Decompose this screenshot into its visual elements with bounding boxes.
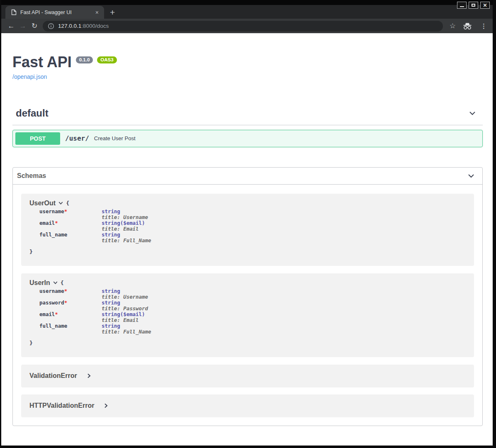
- required-star: *: [55, 220, 58, 226]
- opblock-post-user[interactable]: POST /user/ Create User Post: [12, 130, 483, 147]
- reload-button[interactable]: ↻: [29, 20, 40, 32]
- window-controls: ✕: [457, 2, 490, 9]
- version-badge: 0.1.0: [76, 56, 93, 63]
- model-properties: username* stringtitle: Username email* s…: [29, 209, 466, 255]
- menu-kebab-icon[interactable]: ⋮: [481, 22, 487, 30]
- site-info-icon[interactable]: [48, 23, 54, 29]
- tab-close-icon[interactable]: ×: [94, 9, 100, 16]
- open-brace: {: [66, 200, 69, 206]
- incognito-icon: [462, 22, 472, 30]
- property-type: string: [102, 323, 120, 329]
- property-name: username: [39, 288, 64, 294]
- openapi-spec-link[interactable]: /openapi.json: [12, 73, 47, 80]
- property-type: string($email): [102, 220, 145, 226]
- tag-name: default: [16, 107, 49, 119]
- chevron-right-icon[interactable]: [86, 373, 92, 379]
- model-name: HTTPValidationError: [29, 402, 94, 409]
- browser-window: ✕ Fast API - Swagger UI × + ← → ↻: [1, 0, 493, 446]
- property-title: title: Email: [102, 226, 139, 232]
- oas3-badge: OAS3: [97, 56, 117, 63]
- property-row: email* string($email)title: Email: [29, 220, 466, 232]
- property-title: title: Full_Name: [102, 237, 151, 243]
- chevron-down-icon[interactable]: [468, 109, 477, 118]
- model-name: ValidationError: [29, 372, 77, 380]
- property-name: email: [39, 311, 55, 317]
- maximize-button[interactable]: [469, 2, 478, 9]
- property-row: username* stringtitle: Username: [29, 288, 466, 300]
- endpoint-path: /user/: [65, 134, 89, 142]
- url-host: 127.0.0.1: [58, 23, 81, 29]
- required-star: *: [64, 208, 67, 214]
- property-row: password* stringtitle: Password: [29, 300, 466, 312]
- property-row: email* string($email)title: Email: [29, 312, 466, 323]
- required-star: *: [55, 311, 58, 317]
- model-userin: UserIn { username* stringtitle: Username: [21, 273, 474, 357]
- window-frame: ✕ Fast API - Swagger UI × + ← → ↻: [0, 0, 496, 448]
- property-name: email: [39, 220, 55, 226]
- schemas-body: UserOut { username* stringtitle: Usernam…: [13, 185, 482, 426]
- property-type: string: [102, 231, 120, 238]
- open-brace: {: [61, 280, 64, 286]
- tag-header[interactable]: default: [12, 104, 483, 125]
- new-tab-button[interactable]: +: [110, 8, 115, 17]
- property-title: title: Username: [102, 214, 148, 220]
- api-info: Fast API 0.1.0 OAS3 /openapi.json: [12, 54, 483, 80]
- property-row: full_name stringtitle: Full_Name: [29, 232, 466, 243]
- property-title: title: Password: [102, 305, 148, 312]
- window-titlebar: [1, 0, 493, 5]
- browser-tab[interactable]: Fast API - Swagger UI ×: [5, 6, 104, 19]
- close-brace: }: [29, 249, 466, 255]
- property-type: string: [102, 208, 120, 214]
- property-name: full_name: [39, 323, 67, 329]
- required-star: *: [64, 299, 67, 306]
- close-icon: ✕: [483, 3, 487, 8]
- property-name: password: [39, 299, 64, 306]
- model-name: UserOut: [29, 200, 56, 207]
- model-properties: username* stringtitle: Username password…: [29, 288, 466, 346]
- tab-strip: Fast API - Swagger UI × +: [1, 5, 493, 19]
- property-name: full_name: [39, 231, 67, 238]
- chevron-right-icon[interactable]: [103, 403, 109, 409]
- maximize-icon: [472, 4, 475, 7]
- model-httpvalidationerror[interactable]: HTTPValidationError: [21, 394, 474, 417]
- model-validationerror[interactable]: ValidationError: [21, 365, 474, 387]
- page-content: Fast API 0.1.0 OAS3 /openapi.json defaul…: [1, 33, 493, 446]
- property-name: username: [39, 208, 64, 214]
- property-type: string($email): [102, 311, 145, 317]
- property-title: title: Email: [102, 317, 139, 323]
- address-bar[interactable]: 127.0.0.1:8000/docs: [43, 21, 443, 32]
- chevron-down-icon[interactable]: [467, 171, 476, 180]
- endpoint-summary: Create User Post: [94, 135, 136, 141]
- schemas-title: Schemas: [17, 172, 46, 180]
- minimize-button[interactable]: [457, 2, 467, 9]
- bookmark-star-icon[interactable]: ☆: [450, 22, 456, 30]
- chevron-down-icon[interactable]: [58, 200, 63, 206]
- property-row: username* stringtitle: Username: [29, 209, 466, 220]
- forward-button[interactable]: →: [17, 20, 29, 32]
- property-type: string: [102, 299, 120, 306]
- model-userin-toggle[interactable]: UserIn {: [29, 279, 466, 287]
- chevron-down-icon[interactable]: [53, 280, 58, 285]
- page-title: Fast API: [12, 54, 72, 71]
- model-userout: UserOut { username* stringtitle: Usernam…: [21, 194, 474, 266]
- property-row: full_name stringtitle: Full_Name: [29, 323, 466, 335]
- schemas-section: Schemas UserOut: [12, 167, 483, 426]
- model-name: UserIn: [29, 279, 50, 287]
- minimize-icon: [460, 6, 464, 7]
- url-path: :8000/docs: [81, 23, 109, 29]
- model-userout-toggle[interactable]: UserOut {: [29, 200, 466, 207]
- schemas-header[interactable]: Schemas: [13, 168, 482, 185]
- browser-toolbar: ← → ↻ 127.0.0.1:8000/docs ☆: [1, 19, 493, 33]
- close-button[interactable]: ✕: [480, 2, 490, 9]
- property-title: title: Full_Name: [102, 329, 151, 335]
- back-button[interactable]: ←: [5, 20, 17, 32]
- post-method-button[interactable]: POST: [15, 132, 60, 145]
- url-text: 127.0.0.1:8000/docs: [58, 23, 109, 29]
- close-brace: }: [29, 340, 466, 346]
- tag-section-default: default POST /user/ Create User Post: [12, 104, 483, 147]
- tab-title: Fast API - Swagger UI: [20, 10, 90, 15]
- required-star: *: [64, 288, 67, 294]
- property-type: string: [102, 288, 120, 294]
- property-title: title: Username: [102, 294, 148, 300]
- page-icon: [11, 9, 17, 15]
